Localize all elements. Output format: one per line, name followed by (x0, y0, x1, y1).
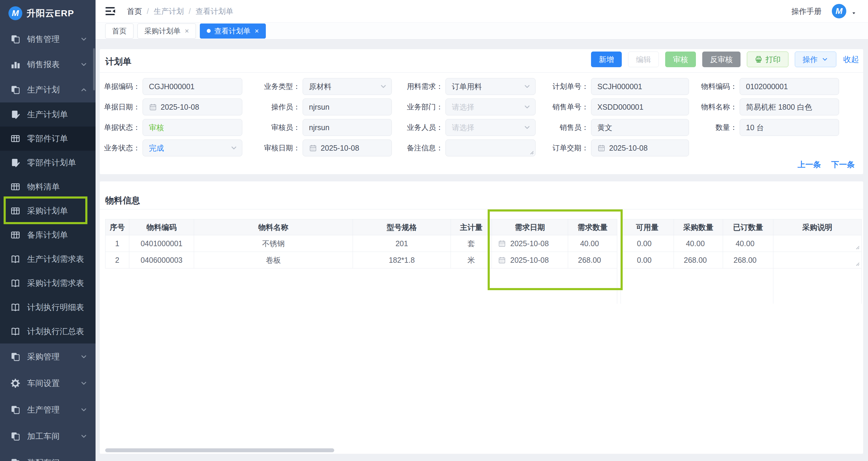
close-icon[interactable]: × (185, 27, 189, 35)
resize-handle-icon[interactable] (855, 261, 860, 266)
pages-icon (10, 34, 21, 44)
horizontal-scrollbar-thumb[interactable] (105, 448, 334, 452)
doc-date-input[interactable]: 2025-10-08 (143, 98, 242, 115)
material-card-title: 物料信息 (105, 195, 140, 207)
column-divider-line (773, 268, 773, 304)
sidebar-item-purchase-plan-order[interactable]: 采购计划单 (0, 199, 96, 223)
sidebar-item-sales-management[interactable]: 销售管理 (0, 27, 96, 52)
breadcrumb-view-plan[interactable]: 查看计划单 (195, 6, 233, 16)
material-demand-select[interactable]: 订单用料 (445, 78, 535, 95)
field-label: 备注信息： (407, 143, 443, 153)
sidebar-item-production-plan-order[interactable]: 生产计划单 (0, 102, 96, 127)
sidebar-item-purchase-management[interactable]: 采购管理 (0, 343, 96, 370)
calendar-icon (498, 256, 506, 264)
close-icon[interactable]: × (255, 27, 259, 35)
sidebar-item-parts-plan-order[interactable]: 零部件计划单 (0, 151, 96, 175)
collapse-button[interactable]: 收起 (843, 52, 859, 67)
form-column-5: 物料编码： 0102000001 物料名称： 简易机柜 1800 白色 数量： … (701, 78, 839, 136)
sale-no-input[interactable]: XSDD000001 (591, 98, 689, 115)
sidebar-item-plan-execution-detail[interactable]: 计划执行明细表 (0, 295, 96, 319)
sidebar-item-assembly-workshop[interactable]: 装配车间 (0, 450, 96, 461)
action-button[interactable]: 操作 (795, 52, 836, 67)
col-purchase-qty: 采购数量 (674, 219, 723, 235)
form-column-4: 计划单号： SCJH000001 销售单号： XSDD000001 销售员： 黄… (553, 78, 689, 156)
breadcrumb-home[interactable]: 首页 (127, 6, 142, 16)
chevron-down-icon (80, 379, 88, 387)
print-button[interactable]: 打印 (747, 52, 788, 67)
material-code-input[interactable]: 0102000001 (740, 78, 839, 95)
tab-home[interactable]: 首页 (105, 24, 133, 38)
cell-available-qty: 0.00 (621, 235, 674, 252)
col-unit: 主计量 (451, 219, 492, 235)
sidebar-item-production-plan-demand[interactable]: 生产计划需求表 (0, 247, 96, 271)
col-material-code: 物料编码 (129, 219, 194, 235)
column-divider-line (621, 268, 621, 304)
doc-status-input[interactable]: 审核 (143, 119, 242, 136)
avatar[interactable]: M (832, 4, 846, 19)
salesman-input[interactable]: 黄文 (591, 119, 689, 136)
sidebar-item-label: 生产管理 (27, 404, 80, 415)
delivery-date-input[interactable]: 2025-10-08 (591, 140, 689, 156)
audit-button[interactable]: 审核 (665, 52, 696, 67)
sidebar-item-label: 生产计划需求表 (27, 254, 96, 265)
manual-link[interactable]: 操作手册 (792, 6, 822, 16)
field-delivery-date: 订单交期： 2025-10-08 (553, 140, 689, 156)
remark-textarea[interactable] (445, 140, 535, 156)
cell-demand-date[interactable]: 2025-10-08 (492, 235, 568, 252)
tab-purchase-plan-order[interactable]: 采购计划单 × (137, 24, 196, 38)
edit-button[interactable]: 编辑 (628, 52, 659, 67)
cell-demand-date[interactable]: 2025-10-08 (492, 252, 568, 269)
material-name-input[interactable]: 简易机柜 1800 白色 (740, 98, 839, 115)
plan-no-input[interactable]: SCJH000001 (591, 78, 689, 95)
biz-dept-select[interactable]: 请选择 (445, 98, 535, 115)
audit-date-input[interactable]: 2025-10-08 (303, 140, 392, 156)
field-value: XSDD000001 (597, 103, 644, 112)
col-spec: 型号规格 (353, 219, 451, 235)
cell-purchase-note[interactable] (773, 235, 862, 252)
sidebar-item-sales-report[interactable]: 销售报表 (0, 52, 96, 77)
add-button[interactable]: 新增 (591, 52, 622, 67)
cell-purchase-note[interactable] (773, 252, 862, 269)
table-icon (10, 182, 21, 192)
field-salesman: 销售员： 黄文 (553, 119, 689, 136)
sidebar-item-purchase-plan-demand[interactable]: 采购计划需求表 (0, 271, 96, 295)
col-seq: 序号 (105, 219, 129, 235)
sidebar-item-parts-order[interactable]: 零部件订单 (0, 127, 96, 151)
biz-status-select[interactable]: 完成 (143, 140, 242, 156)
sidebar-nav: 销售管理 销售报表 生产计划 生产计划单 零部件订单 零部件计划单 (0, 27, 96, 461)
active-dot-icon (207, 29, 211, 33)
main-area: 首页 / 生产计划 / 查看计划单 操作手册 M 首页 采购计划单 × 查看计划… (96, 0, 868, 461)
operator-input[interactable]: njrsun (303, 98, 392, 115)
menu-fold-icon[interactable] (104, 5, 117, 17)
sidebar-item-stock-plan-order[interactable]: 备库计划单 (0, 223, 96, 247)
field-doc-date: 单据日期： 2025-10-08 (104, 98, 242, 115)
sidebar-item-workshop-settings[interactable]: 车间设置 (0, 370, 96, 397)
col-spacer (617, 219, 621, 235)
col-ordered-qty: 已订数量 (723, 219, 773, 235)
next-record-link[interactable]: 下一条 (831, 159, 855, 170)
field-value: 10 台 (746, 123, 764, 132)
sidebar-item-processing-workshop[interactable]: 加工车间 (0, 423, 96, 450)
biz-type-select[interactable]: 原材料 (303, 78, 392, 95)
breadcrumb-production-plan[interactable]: 生产计划 (154, 6, 184, 16)
resize-handle-icon[interactable] (855, 244, 860, 250)
calendar-icon (149, 103, 157, 111)
field-plan-no: 计划单号： SCJH000001 (553, 78, 689, 95)
doc-code-input[interactable]: CGJH000001 (143, 78, 242, 95)
quantity-input[interactable]: 10 台 (740, 119, 839, 136)
sidebar-item-label: 采购计划需求表 (27, 278, 96, 289)
unaudit-button[interactable]: 反审核 (702, 52, 741, 67)
sidebar-item-material-list[interactable]: 物料清单 (0, 175, 96, 199)
sidebar-scrollbar-thumb[interactable] (93, 48, 95, 90)
sidebar-item-production-plan[interactable]: 生产计划 (0, 77, 96, 102)
tab-view-plan-order[interactable]: 查看计划单 × (200, 24, 266, 38)
auditor-input[interactable]: njrsun (303, 119, 392, 136)
material-table: 序号 物料编码 物料名称 型号规格 主计量 需求日期 需求数量 可用量 采购数量… (105, 219, 862, 269)
sidebar-item-plan-execution-summary[interactable]: 计划执行汇总表 (0, 319, 96, 343)
prev-record-link[interactable]: 上一条 (798, 159, 821, 170)
sidebar-item-label: 销售报表 (27, 59, 80, 70)
resize-handle-icon[interactable] (529, 149, 534, 155)
caret-down-icon[interactable] (850, 10, 857, 17)
biz-person-select[interactable]: 请选择 (445, 119, 535, 136)
sidebar-item-production-management[interactable]: 生产管理 (0, 397, 96, 423)
